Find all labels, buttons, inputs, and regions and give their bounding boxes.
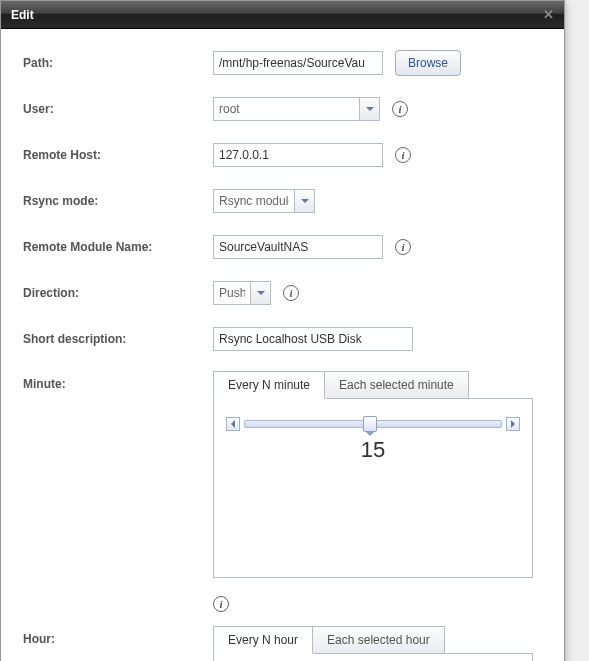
dialog-title: Edit [11,8,34,22]
minute-tabs: Every N minute Each selected minute [213,371,533,399]
minute-tab-panel: 15 [213,398,533,578]
slider-decrement-icon[interactable] [226,417,240,431]
hour-tabs: Every N hour Each selected hour [213,626,533,654]
direction-combo-text[interactable] [214,282,250,304]
minute-slider [226,417,520,431]
mode-combo-text[interactable] [214,190,294,212]
minute-slider-track[interactable] [244,420,502,428]
minute-slider-handle[interactable] [363,416,377,432]
hour-tab-panel: 1 [213,653,533,661]
chevron-down-icon[interactable] [250,282,270,304]
chevron-down-icon[interactable] [359,98,379,120]
tab-every-n-minute[interactable]: Every N minute [213,371,325,399]
tab-each-selected-hour[interactable]: Each selected hour [312,626,445,654]
close-icon[interactable]: ✕ [543,7,554,22]
dialog-content: Path: Browse User: Remote Host: [1,29,564,661]
row-user: User: [23,95,546,123]
row-desc: Short description: [23,325,546,353]
desc-label: Short description: [23,332,213,346]
chevron-down-icon[interactable] [294,190,314,212]
host-input[interactable] [213,143,383,167]
info-icon[interactable] [395,147,411,163]
path-input[interactable] [213,51,383,75]
dialog-titlebar[interactable]: Edit ✕ [1,1,564,29]
info-icon[interactable] [395,239,411,255]
hour-label: Hour: [23,626,213,646]
path-label: Path: [23,56,213,70]
tab-every-n-hour[interactable]: Every N hour [213,626,313,654]
user-label: User: [23,102,213,116]
row-minute: Minute: Every N minute Each selected min… [23,371,546,578]
mode-combo[interactable] [213,189,315,213]
info-icon[interactable] [213,596,229,612]
minute-info-row [213,596,546,612]
minute-tab-box: Every N minute Each selected minute 15 [213,371,533,578]
edit-dialog: Edit ✕ Path: Browse User: Remote H [0,0,565,661]
user-combo[interactable] [213,97,380,121]
desc-input[interactable] [213,327,413,351]
minute-label: Minute: [23,371,213,391]
row-module: Remote Module Name: [23,233,546,261]
row-hour: Hour: Every N hour Each selected hour 1 [23,626,546,661]
slider-increment-icon[interactable] [506,417,520,431]
module-label: Remote Module Name: [23,240,213,254]
row-path: Path: Browse [23,49,546,77]
tab-each-selected-minute[interactable]: Each selected minute [324,371,469,399]
mode-label: Rsync mode: [23,194,213,208]
info-icon[interactable] [283,285,299,301]
hour-tab-box: Every N hour Each selected hour 1 [213,626,533,661]
dialog-scroll[interactable]: Edit ✕ Path: Browse User: Remote H [0,0,589,661]
direction-combo[interactable] [213,281,271,305]
info-icon[interactable] [392,101,408,117]
host-label: Remote Host: [23,148,213,162]
row-host: Remote Host: [23,141,546,169]
browse-button[interactable]: Browse [395,50,461,76]
row-direction: Direction: [23,279,546,307]
module-input[interactable] [213,235,383,259]
row-mode: Rsync mode: [23,187,546,215]
direction-label: Direction: [23,286,213,300]
user-combo-text[interactable] [214,98,359,120]
minute-value: 15 [226,437,520,463]
